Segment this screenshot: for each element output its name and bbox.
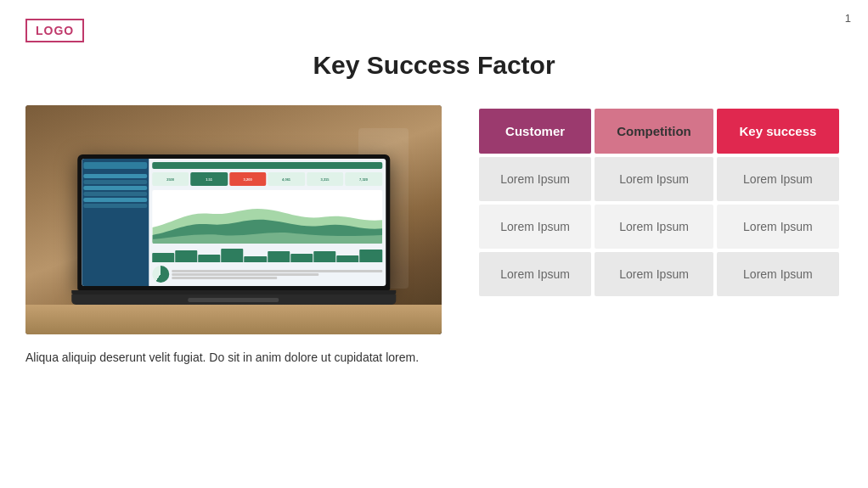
table-cell: Lorem Ipsum [717, 157, 839, 201]
right-panel: Customer Competition Key success Lorem I… [476, 105, 843, 300]
content-area: 2500 1.51 3,200 4,061 3,315 7,320 [0, 105, 868, 367]
table-cell: Lorem Ipsum [717, 252, 839, 296]
left-panel: 2500 1.51 3,200 4,061 3,315 7,320 [25, 105, 442, 367]
th-customer: Customer [479, 109, 591, 154]
table-row: Lorem IpsumLorem IpsumLorem Ipsum [479, 205, 839, 249]
table-cell: Lorem Ipsum [479, 157, 591, 201]
table-cell: Lorem Ipsum [479, 205, 591, 249]
table-cell: Lorem Ipsum [595, 157, 713, 201]
page-title: Key Success Factor [0, 51, 868, 80]
description-text: Aliqua aliquip deserunt velit fugiat. Do… [25, 348, 442, 367]
page-number: 1 [845, 12, 851, 25]
table-cell: Lorem Ipsum [717, 205, 839, 249]
table-cell: Lorem Ipsum [595, 252, 713, 296]
ksf-table: Customer Competition Key success Lorem I… [476, 105, 843, 300]
table-row: Lorem IpsumLorem IpsumLorem Ipsum [479, 252, 839, 296]
th-competition: Competition [595, 109, 713, 154]
table-cell: Lorem Ipsum [479, 252, 591, 296]
table-row: Lorem IpsumLorem IpsumLorem Ipsum [479, 157, 839, 201]
table-cell: Lorem Ipsum [595, 205, 713, 249]
th-keysuccess: Key success [717, 109, 839, 154]
logo: LOGO [25, 19, 84, 42]
laptop-image: 2500 1.51 3,200 4,061 3,315 7,320 [25, 105, 442, 334]
